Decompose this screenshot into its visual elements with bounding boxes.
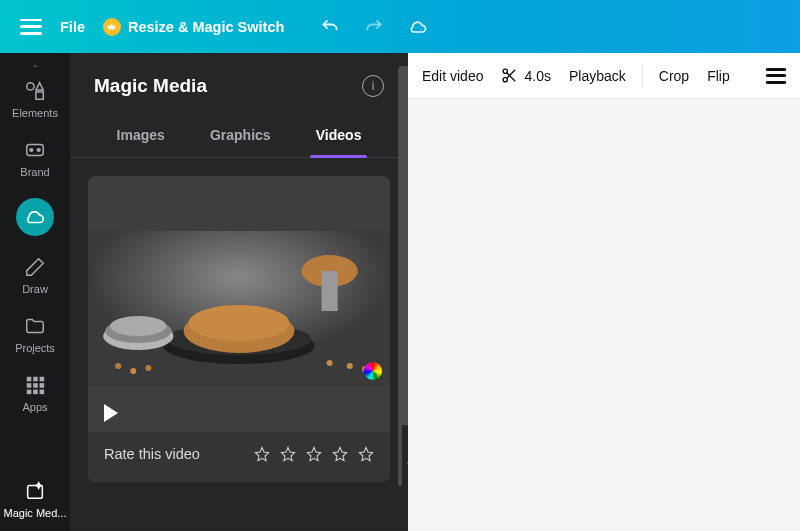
svg-point-30 bbox=[327, 360, 333, 366]
menu-icon[interactable] bbox=[20, 19, 42, 35]
resize-label: Resize & Magic Switch bbox=[128, 19, 284, 35]
redo-icon[interactable] bbox=[364, 17, 384, 37]
sparkle-icon bbox=[24, 480, 46, 502]
star-icon[interactable] bbox=[254, 446, 270, 462]
svg-point-26 bbox=[130, 368, 136, 374]
edit-video-button[interactable]: Edit video bbox=[422, 68, 483, 84]
divider bbox=[642, 65, 643, 87]
svg-rect-5 bbox=[27, 377, 32, 382]
panel-scrollbar[interactable] bbox=[398, 66, 408, 486]
flip-button[interactable]: Flip bbox=[707, 68, 730, 84]
shapes-icon bbox=[24, 80, 46, 102]
svg-point-0 bbox=[27, 83, 34, 90]
svg-rect-24 bbox=[322, 271, 338, 311]
rate-label: Rate this video bbox=[104, 446, 200, 462]
file-button[interactable]: File bbox=[60, 19, 85, 35]
sidebar-item-brand[interactable]: Brand bbox=[20, 139, 49, 178]
play-icon[interactable] bbox=[104, 404, 118, 422]
svg-point-25 bbox=[115, 363, 121, 369]
crop-button[interactable]: Crop bbox=[659, 68, 689, 84]
canvas-area[interactable] bbox=[408, 99, 800, 531]
sidebar-item-magic-media[interactable]: Magic Med... bbox=[4, 480, 67, 519]
svg-point-22 bbox=[110, 316, 166, 336]
svg-rect-11 bbox=[27, 390, 32, 395]
tab-graphics[interactable]: Graphics bbox=[206, 115, 275, 157]
svg-rect-10 bbox=[40, 383, 45, 388]
svg-rect-12 bbox=[33, 390, 38, 395]
top-icons bbox=[320, 17, 428, 37]
crown-icon bbox=[103, 18, 121, 36]
playback-button[interactable]: Playback bbox=[569, 68, 626, 84]
cloud-icon[interactable] bbox=[408, 17, 428, 37]
star-icon[interactable] bbox=[280, 446, 296, 462]
scissors-icon bbox=[501, 67, 518, 84]
sidebar: ⌃ Elements Brand Draw Projects Apps Magi… bbox=[0, 53, 70, 531]
sidebar-item-draw[interactable]: Draw bbox=[22, 256, 48, 295]
tab-images[interactable]: Images bbox=[113, 115, 169, 157]
top-bar: File Resize & Magic Switch bbox=[0, 0, 800, 53]
tabs: Images Graphics Videos bbox=[70, 115, 408, 158]
svg-point-19 bbox=[189, 305, 290, 341]
svg-rect-14 bbox=[28, 486, 43, 499]
svg-rect-7 bbox=[40, 377, 45, 382]
star-icon[interactable] bbox=[306, 446, 322, 462]
cloud-upload-icon bbox=[24, 206, 46, 228]
svg-rect-1 bbox=[36, 92, 43, 99]
svg-rect-13 bbox=[40, 390, 45, 395]
color-wheel-icon bbox=[364, 362, 382, 380]
tab-videos[interactable]: Videos bbox=[312, 115, 366, 157]
svg-point-28 bbox=[347, 363, 353, 369]
grid-icon bbox=[24, 374, 46, 396]
undo-icon[interactable] bbox=[320, 17, 340, 37]
card-header bbox=[88, 176, 390, 231]
info-icon[interactable]: i bbox=[362, 75, 384, 97]
star-icon[interactable] bbox=[358, 446, 374, 462]
sidebar-item-cloud[interactable] bbox=[16, 198, 54, 236]
star-icon[interactable] bbox=[332, 446, 348, 462]
resize-button[interactable]: Resize & Magic Switch bbox=[103, 18, 284, 36]
video-card: Rate this video bbox=[88, 176, 390, 482]
caret-up-icon[interactable]: ⌃ bbox=[31, 63, 39, 74]
svg-point-27 bbox=[145, 365, 151, 371]
more-menu-icon[interactable] bbox=[766, 68, 786, 84]
svg-point-3 bbox=[30, 149, 33, 152]
svg-point-31 bbox=[504, 69, 508, 73]
svg-rect-6 bbox=[33, 377, 38, 382]
sidebar-item-apps[interactable]: Apps bbox=[22, 374, 47, 413]
panel-title: Magic Media bbox=[94, 75, 207, 97]
svg-point-32 bbox=[504, 78, 508, 82]
video-thumbnail[interactable] bbox=[88, 231, 390, 386]
pencil-icon bbox=[24, 256, 46, 278]
canvas-toolbar: Edit video 4.0s Playback Crop Flip bbox=[408, 53, 800, 99]
folder-icon bbox=[24, 315, 46, 337]
svg-point-4 bbox=[37, 149, 40, 152]
sidebar-item-projects[interactable]: Projects bbox=[15, 315, 55, 354]
sidebar-item-elements[interactable]: Elements bbox=[12, 80, 58, 119]
duration-button[interactable]: 4.0s bbox=[501, 67, 550, 84]
svg-rect-8 bbox=[27, 383, 32, 388]
rating-stars bbox=[254, 446, 374, 462]
side-panel: Magic Media i Images Graphics Videos bbox=[70, 53, 408, 531]
brand-icon bbox=[24, 139, 46, 161]
svg-rect-9 bbox=[33, 383, 38, 388]
